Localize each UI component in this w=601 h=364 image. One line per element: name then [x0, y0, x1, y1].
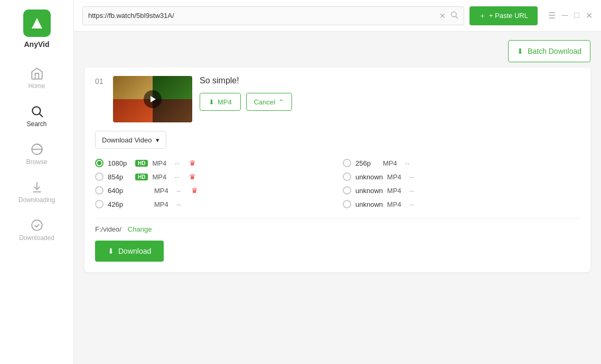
sidebar-item-search[interactable]: Search: [0, 97, 73, 135]
app-logo: [23, 9, 51, 37]
hd-badge-1080p: HD: [135, 160, 148, 167]
downloaded-label: Downloaded: [19, 234, 54, 242]
quality-row-unknown2: unknown MP4 --: [343, 184, 580, 197]
video-header: 01 So simple! ⬇: [95, 76, 580, 122]
main-area: ✕ ＋ + Paste URL ☰ ─ □ ✕ ⬇ Batch Download: [74, 0, 601, 364]
svg-point-2: [32, 107, 40, 114]
home-icon: [30, 66, 44, 80]
dash-unknown2: --: [409, 187, 420, 195]
dash-426p: --: [176, 200, 187, 208]
radio-unknown1[interactable]: [343, 173, 351, 181]
download-button[interactable]: ⬇ Download: [95, 241, 164, 262]
search-url-icon: [450, 11, 458, 21]
format-426p: MP4: [154, 200, 172, 208]
dash-640p: --: [176, 187, 187, 195]
paste-url-button[interactable]: ＋ + Paste URL: [469, 6, 538, 25]
radio-640p[interactable]: [95, 186, 104, 195]
search-label: Search: [26, 120, 46, 128]
radio-1080p[interactable]: [95, 159, 104, 167]
close-icon[interactable]: ✕: [586, 11, 593, 21]
download-btn-label: Download: [118, 247, 151, 255]
url-bar: ✕: [82, 6, 464, 25]
mp4-label: MP4: [218, 98, 232, 106]
sidebar: AnyVid Home Search Browse Downloading: [0, 0, 74, 364]
app-name: AnyVid: [24, 40, 50, 49]
dash-854p: --: [174, 173, 185, 181]
search-icon: [30, 104, 44, 118]
minimize-icon[interactable]: ─: [562, 11, 568, 21]
quality-row-854p: 854p HD MP4 -- ♛: [95, 170, 332, 184]
quality-row-426p: 426p MP4 --: [95, 197, 332, 211]
video-info: So simple! ⬇ MP4 Cancel ⌃: [200, 76, 580, 111]
quality-row-640p: 640p MP4 -- ♛: [95, 184, 332, 197]
logo-area: AnyVid: [0, 0, 73, 59]
dash-1080p: --: [174, 159, 185, 167]
maximize-icon[interactable]: □: [574, 11, 579, 21]
downloading-label: Downloading: [18, 196, 55, 204]
paste-url-label: + Paste URL: [489, 12, 528, 20]
format-1080p: MP4: [152, 159, 170, 167]
batch-download-label: Batch Download: [528, 47, 581, 55]
sidebar-item-home[interactable]: Home: [0, 59, 73, 97]
quality-row-1080p: 1080p HD MP4 -- ♛: [95, 156, 332, 170]
save-path: F:/video/: [95, 225, 121, 233]
sidebar-item-browse[interactable]: Browse: [0, 135, 73, 173]
batch-download-button[interactable]: ⬇ Batch Download: [508, 40, 590, 62]
menu-icon[interactable]: ☰: [548, 11, 556, 21]
quality-col-right: 256p MP4 -- unknown MP4 -- unknown: [343, 156, 580, 211]
cancel-button[interactable]: Cancel ⌃: [246, 93, 292, 111]
svg-line-7: [456, 16, 458, 18]
download-icon: ⬇: [209, 98, 214, 106]
radio-854p[interactable]: [95, 173, 104, 181]
url-input[interactable]: [88, 12, 435, 20]
radio-256p[interactable]: [343, 159, 351, 167]
video-card: 01 So simple! ⬇: [84, 68, 590, 272]
paste-icon: ＋: [479, 11, 486, 21]
sidebar-item-downloaded[interactable]: Downloaded: [0, 211, 73, 249]
res-1080p: 1080p: [108, 159, 131, 167]
mp4-button[interactable]: ⬇ MP4: [200, 93, 241, 111]
cancel-label: Cancel: [254, 98, 275, 106]
format-256p: MP4: [383, 159, 401, 167]
svg-marker-8: [151, 96, 156, 102]
titlebar: ✕ ＋ + Paste URL ☰ ─ □ ✕: [74, 0, 601, 32]
quality-grid: 1080p HD MP4 -- ♛ 854p HD MP4 -- ♛: [95, 156, 580, 211]
quality-row-unknown1: unknown MP4 --: [343, 170, 580, 184]
dash-256p: --: [405, 159, 416, 167]
sidebar-item-downloading[interactable]: Downloading: [0, 173, 73, 211]
content-area: 01 So simple! ⬇: [74, 62, 601, 364]
res-854p: 854p: [108, 173, 131, 181]
save-path-row: F:/video/ Change: [95, 225, 580, 233]
format-unknown2: MP4: [387, 187, 405, 195]
radio-unknown2[interactable]: [343, 186, 351, 195]
video-thumbnail: [113, 76, 192, 122]
format-640p: MP4: [154, 187, 172, 195]
dash-unknown3: --: [409, 200, 420, 208]
download-btn-icon: ⬇: [108, 247, 114, 255]
change-path-link[interactable]: Change: [128, 225, 152, 233]
play-button[interactable]: [144, 90, 162, 108]
download-video-label: Download Video: [102, 136, 152, 144]
download-arrow-icon: ⬇: [517, 47, 523, 55]
chevron-up-icon: ⌃: [278, 98, 284, 106]
download-video-dropdown[interactable]: Download Video ▾: [95, 131, 166, 149]
radio-unknown3[interactable]: [343, 200, 351, 208]
format-unknown3: MP4: [387, 200, 405, 208]
clear-icon[interactable]: ✕: [439, 12, 446, 20]
top-action-area: ⬇ Batch Download: [74, 32, 601, 62]
home-label: Home: [28, 82, 45, 90]
res-426p: 426p: [108, 200, 131, 208]
quality-row-256p: 256p MP4 --: [343, 156, 580, 170]
svg-marker-1: [32, 21, 42, 28]
res-unknown3: unknown: [355, 200, 383, 208]
res-unknown2: unknown: [355, 187, 383, 195]
radio-426p[interactable]: [95, 200, 104, 208]
svg-point-5: [32, 220, 42, 231]
browse-icon: [30, 142, 44, 156]
format-unknown1: MP4: [387, 173, 405, 181]
res-256p: 256p: [355, 159, 379, 167]
window-controls: ☰ ─ □ ✕: [548, 11, 593, 21]
res-unknown1: unknown: [355, 173, 383, 181]
hd-badge-854p: HD: [135, 174, 148, 180]
premium-1080p: ♛: [189, 159, 196, 167]
